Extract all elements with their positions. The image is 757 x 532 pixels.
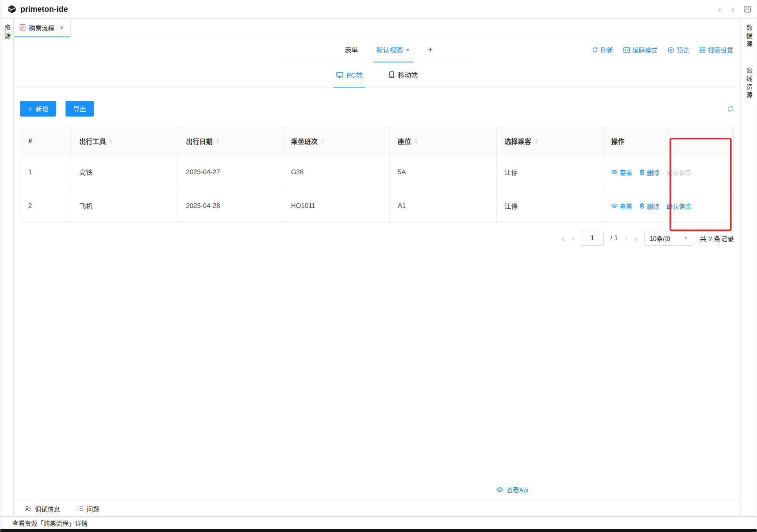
sort-icon[interactable]: ▲▼ (535, 138, 538, 144)
preview-label: 预览 (677, 45, 689, 55)
app-title: primeton-ide (20, 5, 68, 14)
records-table: # 出行工具▲▼ 出行日期▲▼ 乘坐班次▲▼ 座位▲▼ 选择乘客▲▼ 操作 (20, 127, 734, 223)
sort-icon[interactable]: ▲▼ (415, 138, 418, 144)
code-mode-label: 编码模式 (632, 45, 657, 55)
view-tabs-nav: 表单 默认视图 ▼ + (284, 37, 470, 62)
add-button[interactable]: + 新增 (20, 101, 56, 117)
delete-link[interactable]: 删除 (639, 201, 659, 211)
sort-icon[interactable]: ▲▼ (216, 138, 219, 144)
tab-default-view-label: 默认视图 (376, 45, 403, 55)
page-count: / 1 (610, 234, 618, 242)
tab-pc-label: PC端 (347, 70, 363, 80)
prev-page-icon[interactable]: ‹ (572, 235, 574, 242)
col-seat[interactable]: 座位▲▼ (390, 127, 497, 155)
next-page-icon[interactable]: › (624, 235, 627, 242)
cell-passenger: 江停 (497, 189, 603, 223)
view-settings-button[interactable]: 视图设置 (699, 45, 733, 55)
tab-label: 购票流程 (29, 23, 54, 33)
tab-ticket-flow[interactable]: 购票流程 ✕ (14, 19, 71, 37)
delete-link[interactable]: 删除 (639, 168, 659, 177)
trash-icon (639, 169, 645, 175)
code-icon (623, 47, 630, 53)
sort-icon[interactable]: ▲▼ (321, 138, 324, 144)
cell-trip-number: HO1011 (283, 189, 390, 223)
issues-button[interactable]: 问题 (77, 504, 99, 514)
titlebar: primeton-ide ‹ › (0, 0, 757, 19)
confirm-info-link: 确认信息 (666, 168, 691, 177)
sidebar-item-offline-resources[interactable]: 离线资源 (744, 67, 753, 100)
grid-icon (699, 47, 706, 53)
sort-icon[interactable]: ▲▼ (109, 138, 113, 144)
tab-pc[interactable]: PC端 (336, 62, 363, 87)
main-panel: 购票流程 ✕ 表单 默认视图 ▼ + (14, 19, 740, 516)
list-icon (77, 506, 84, 512)
bottom-toolbar: 调试信息 问题 (14, 501, 740, 516)
view-api-link[interactable]: 查看Api (496, 485, 528, 494)
app-logo-icon (7, 4, 17, 15)
document-icon (20, 24, 25, 32)
view-link[interactable]: 查看 (611, 168, 632, 177)
col-passenger[interactable]: 选择乘客▲▼ (497, 127, 603, 155)
page-size-select[interactable]: 10条/页 ▼ (644, 231, 693, 246)
monitor-icon (336, 72, 343, 78)
tab-default-view[interactable]: 默认视图 ▼ (376, 37, 410, 62)
cell-seat: 5A (390, 155, 497, 189)
eye-icon (611, 203, 618, 208)
phone-icon (389, 71, 394, 78)
view-tabs-row: 表单 默认视图 ▼ + 刷新 编码模式 (14, 37, 740, 62)
add-view-button[interactable]: + (428, 37, 433, 62)
col-travel-tool[interactable]: 出行工具▲▼ (71, 127, 178, 155)
code-mode-button[interactable]: 编码模式 (623, 45, 657, 55)
preview-icon (668, 47, 674, 53)
cell-travel-date: 2023-04-28 (178, 189, 283, 223)
close-icon[interactable]: ✕ (59, 24, 64, 31)
col-index: # (20, 127, 71, 155)
view-settings-label: 视图设置 (708, 45, 733, 55)
chevron-down-icon: ▼ (684, 236, 688, 240)
col-travel-date[interactable]: 出行日期▲▼ (178, 127, 283, 155)
debug-icon (25, 506, 32, 512)
plus-icon: + (28, 105, 32, 113)
debug-info-button[interactable]: 调试信息 (25, 504, 60, 514)
cell-index: 2 (20, 189, 71, 223)
export-button-label: 导出 (73, 104, 86, 113)
table-row: 1 高铁 2023-04-27 G28 5A 江停 (20, 155, 734, 189)
view-link[interactable]: 查看 (611, 201, 632, 211)
status-bar: 查看资源「购票流程」详情 (0, 516, 757, 529)
trash-icon (639, 203, 645, 209)
issues-label: 问题 (87, 504, 99, 514)
platform-tabs: PC端 移动端 (14, 62, 740, 87)
sync-icon[interactable] (727, 106, 734, 112)
tab-form[interactable]: 表单 (345, 37, 358, 62)
tab-mobile[interactable]: 移动端 (389, 62, 418, 87)
confirm-info-link[interactable]: 确认信息 (666, 201, 691, 211)
last-page-icon[interactable]: » (634, 235, 638, 242)
save-icon[interactable] (744, 5, 751, 13)
sidebar-item-resources[interactable]: 资源 (2, 24, 12, 516)
export-button[interactable]: 导出 (66, 101, 94, 117)
page-size-value: 10条/页 (650, 233, 671, 243)
eye-icon (611, 169, 618, 175)
cell-passenger: 江停 (497, 155, 603, 189)
nav-forward-icon[interactable]: › (730, 5, 735, 14)
left-rail: 资源 (0, 19, 14, 516)
cell-operations: 查看 删除 确认信息 (603, 155, 734, 189)
nav-back-icon[interactable]: ‹ (717, 5, 722, 14)
refresh-label: 刷新 (601, 45, 613, 55)
sidebar-item-datasource[interactable]: 数据源 (744, 24, 753, 49)
refresh-button[interactable]: 刷新 (592, 45, 613, 55)
col-trip-number[interactable]: 乘坐班次▲▼ (283, 127, 390, 155)
table-header-row: # 出行工具▲▼ 出行日期▲▼ 乘坐班次▲▼ 座位▲▼ 选择乘客▲▼ 操作 (20, 127, 734, 155)
cell-travel-tool: 飞机 (71, 189, 178, 223)
content-area: + 新增 导出 (14, 87, 740, 501)
page-input[interactable] (581, 231, 604, 246)
add-button-label: 新增 (36, 104, 48, 113)
total-records: 共 2 条记录 (700, 233, 734, 243)
right-rail: 数据源 离线资源 (740, 19, 757, 516)
first-page-icon[interactable]: « (561, 235, 565, 242)
eye-icon (496, 487, 503, 492)
app-window: primeton-ide ‹ › 资源 购票流程 ✕ (0, 0, 757, 532)
editor-tabbar: 购票流程 ✕ (14, 19, 740, 37)
view-toolbar: 刷新 编码模式 预览 视图设置 (592, 37, 733, 62)
preview-button[interactable]: 预览 (668, 45, 689, 55)
